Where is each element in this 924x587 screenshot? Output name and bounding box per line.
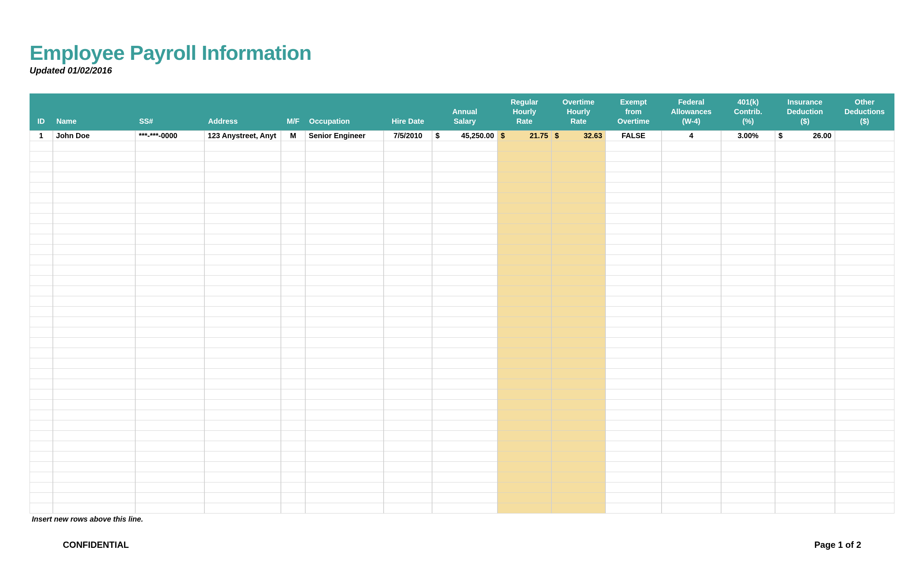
page-footer: CONFIDENTIAL Page 1 of 2: [63, 540, 861, 550]
cell-hire_date: [384, 245, 432, 255]
cell-fed_allow: [662, 286, 721, 296]
cell-reg_rate: [497, 193, 551, 203]
cell-exempt: [606, 390, 661, 400]
cell-ins_ded: [775, 472, 835, 482]
cell-ss: [135, 379, 205, 390]
cell-ot_rate: [551, 482, 606, 493]
cell-ins_ded: [775, 327, 835, 338]
cell-mf: [281, 400, 306, 410]
cell-name: [53, 358, 135, 369]
cell-reg_rate: [497, 379, 551, 390]
cell-ins_ded: [775, 141, 835, 151]
cell-annual_salary: [432, 462, 497, 472]
cell-exempt: [606, 369, 661, 379]
cell-id: [30, 431, 53, 441]
cell-ss: [135, 214, 205, 224]
cell-reg_rate: [497, 234, 551, 245]
cell-occupation: [305, 348, 384, 358]
cell-reg_rate: [497, 255, 551, 265]
table-row: [30, 482, 894, 493]
cell-hire_date: [384, 327, 432, 338]
table-row: [30, 183, 894, 193]
cell-address: [205, 245, 281, 255]
cell-reg_rate: [497, 369, 551, 379]
cell-exempt: [606, 472, 661, 482]
cell-address: [205, 172, 281, 183]
cell-other_ded: [835, 327, 894, 338]
cell-fed_allow: [662, 276, 721, 286]
cell-address: [205, 358, 281, 369]
cell-exempt: [606, 410, 661, 420]
cell-k401: [721, 255, 775, 265]
cell-hire_date: [384, 193, 432, 203]
cell-ss: [135, 369, 205, 379]
cell-reg_rate: [497, 472, 551, 482]
cell-id: [30, 369, 53, 379]
cell-reg_rate: [497, 141, 551, 151]
cell-annual_salary: [432, 358, 497, 369]
col-header-hire_date: Hire Date: [384, 94, 432, 130]
cell-fed_allow: [662, 482, 721, 493]
cell-ins_ded: [775, 183, 835, 193]
cell-ins_ded: [775, 214, 835, 224]
cell-other_ded: [835, 390, 894, 400]
cell-mf: [281, 348, 306, 358]
cell-ins_ded: [775, 390, 835, 400]
cell-exempt: [606, 420, 661, 431]
cell-ins_ded: $26.00: [775, 130, 835, 141]
cell-mf: [281, 327, 306, 338]
cell-reg_rate: [497, 203, 551, 214]
cell-name: [53, 472, 135, 482]
cell-ins_ded: [775, 400, 835, 410]
cell-ins_ded: [775, 245, 835, 255]
cell-ins_ded: [775, 482, 835, 493]
cell-k401: [721, 338, 775, 348]
cell-other_ded: [835, 503, 894, 513]
cell-annual_salary: [432, 317, 497, 327]
cell-ss: [135, 400, 205, 410]
cell-k401: [721, 379, 775, 390]
cell-name: [53, 141, 135, 151]
cell-hire_date: [384, 255, 432, 265]
cell-address: [205, 296, 281, 307]
cell-exempt: [606, 482, 661, 493]
cell-occupation: [305, 379, 384, 390]
table-row: [30, 286, 894, 296]
cell-occupation: [305, 276, 384, 286]
cell-exempt: [606, 296, 661, 307]
cell-k401: [721, 276, 775, 286]
cell-mf: [281, 431, 306, 441]
table-row: [30, 503, 894, 513]
cell-other_ded: [835, 255, 894, 265]
cell-ins_ded: [775, 379, 835, 390]
cell-id: [30, 276, 53, 286]
cell-annual_salary: [432, 400, 497, 410]
cell-occupation: [305, 482, 384, 493]
cell-k401: [721, 358, 775, 369]
cell-occupation: [305, 183, 384, 193]
cell-fed_allow: [662, 141, 721, 151]
cell-mf: [281, 193, 306, 203]
cell-ss: [135, 390, 205, 400]
cell-other_ded: [835, 193, 894, 203]
cell-id: [30, 348, 53, 358]
table-row: [30, 348, 894, 358]
cell-id: [30, 172, 53, 183]
cell-reg_rate: [497, 503, 551, 513]
cell-ot_rate: [551, 451, 606, 462]
table-row: [30, 462, 894, 472]
cell-mf: [281, 472, 306, 482]
cell-name: [53, 276, 135, 286]
payroll-table: IDNameSS#AddressM/FOccupationHire DateAn…: [30, 94, 894, 513]
cell-name: [53, 348, 135, 358]
cell-mf: [281, 141, 306, 151]
col-header-address: Address: [205, 94, 281, 130]
cell-annual_salary: [432, 493, 497, 503]
table-row: [30, 151, 894, 162]
table-row: [30, 317, 894, 327]
table-row: [30, 203, 894, 214]
table-row: [30, 141, 894, 151]
cell-fed_allow: [662, 151, 721, 162]
cell-other_ded: [835, 296, 894, 307]
cell-address: [205, 265, 281, 276]
